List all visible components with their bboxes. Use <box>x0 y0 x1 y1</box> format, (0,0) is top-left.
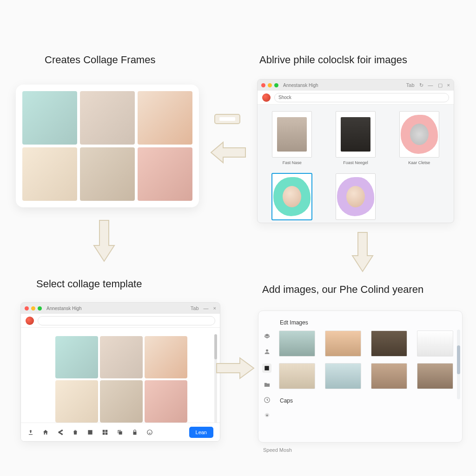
frame-card[interactable]: Frahe Pecee <box>267 173 317 223</box>
image-icon[interactable] <box>262 364 271 373</box>
collage-cell <box>138 91 192 145</box>
frame-label: Kaar Cletse <box>408 160 430 165</box>
collage-cell <box>138 147 192 201</box>
lock-icon[interactable] <box>132 429 138 436</box>
maximize-dot-icon[interactable] <box>38 306 42 311</box>
image-thumb[interactable] <box>371 331 407 357</box>
titlebar: Annestansk High Tab — × <box>21 303 220 314</box>
frame-card[interactable]: Foast Neegel <box>331 111 381 165</box>
heading-tl: Creates Collage Frames <box>45 54 155 66</box>
image-thumb[interactable] <box>279 331 315 357</box>
folder-icon[interactable] <box>264 381 271 388</box>
arrow-right-icon <box>214 355 257 381</box>
arrow-down-icon <box>91 218 117 264</box>
window-title: Annestansk High <box>46 306 82 311</box>
clock-icon[interactable] <box>264 397 271 403</box>
bottom-toolbar: Lean <box>21 423 220 441</box>
grid-icon[interactable] <box>102 429 108 436</box>
image-grid <box>279 331 455 389</box>
minimize-icon[interactable]: — <box>428 82 433 88</box>
adjust-icon[interactable] <box>264 317 271 324</box>
svg-point-1 <box>266 350 268 352</box>
image-thumb[interactable] <box>417 363 453 389</box>
frame-label: Foast Neegel <box>343 160 368 165</box>
smile-icon[interactable] <box>146 429 153 436</box>
frame-label: Fact Pull <box>347 223 364 223</box>
search-input[interactable] <box>38 316 215 325</box>
arrow-down-icon <box>350 230 376 274</box>
traffic-lights[interactable] <box>25 306 42 311</box>
template-preview[interactable] <box>55 336 187 423</box>
settings-icon[interactable] <box>264 412 271 419</box>
svg-rect-5 <box>219 117 235 121</box>
minimize-dot-icon[interactable] <box>268 83 272 87</box>
frame-card[interactable]: Kaar Cletse <box>394 111 444 165</box>
maximize-dot-icon[interactable] <box>274 83 278 87</box>
footer-label: Speed Mosh <box>263 447 292 453</box>
tab-indicator[interactable]: Tab <box>406 82 415 88</box>
trash-icon[interactable] <box>72 429 79 436</box>
heading-br: Add images, our Phe Colind yearen <box>262 284 423 296</box>
share-icon[interactable] <box>57 429 64 436</box>
primary-action-button[interactable]: Lean <box>189 427 213 438</box>
arrow-badge-icon <box>211 110 244 128</box>
address-bar <box>21 314 220 328</box>
user-icon[interactable] <box>264 348 271 355</box>
profile-avatar-icon[interactable] <box>262 93 271 102</box>
close-dot-icon[interactable] <box>261 83 265 87</box>
traffic-lights[interactable] <box>261 83 278 87</box>
scrollbar[interactable] <box>457 330 460 399</box>
side-rail <box>258 311 275 442</box>
frame-card[interactable]: Fact Pull <box>331 173 381 223</box>
collage-cell <box>22 91 77 145</box>
titlebar: Annestansk High Tab ↻ — ▢ × <box>258 79 454 91</box>
image-thumb[interactable] <box>325 363 361 389</box>
image-thumb[interactable] <box>279 363 315 389</box>
tab-indicator[interactable]: Tab <box>191 305 199 311</box>
copy-icon[interactable] <box>117 429 123 436</box>
image-thumb[interactable] <box>325 331 361 357</box>
search-input[interactable]: Shock <box>274 93 449 102</box>
reload-icon[interactable]: ↻ <box>419 82 423 88</box>
section-title: Caps <box>280 397 455 404</box>
image-thumb[interactable] <box>417 331 453 357</box>
profile-avatar-icon[interactable] <box>26 317 34 325</box>
collage-cell <box>80 147 135 201</box>
home-icon[interactable] <box>42 429 49 436</box>
maximize-icon[interactable]: ▢ <box>438 82 443 88</box>
heading-tr: Ablrive phile coloclsk foir images <box>259 54 407 66</box>
collage-cell <box>22 147 77 201</box>
layers-icon[interactable] <box>264 333 271 340</box>
frame-label: Frahe Pecee <box>280 223 304 223</box>
upload-icon[interactable] <box>27 429 34 436</box>
close-dot-icon[interactable] <box>25 306 29 311</box>
image-icon[interactable] <box>87 429 93 436</box>
collage-preview <box>16 85 199 207</box>
heading-bl: Select collage template <box>36 278 142 290</box>
close-icon[interactable]: × <box>213 305 216 311</box>
frame-browser-window: Annestansk High Tab ↻ — ▢ × Shock Fast N… <box>257 79 454 223</box>
minimize-icon[interactable]: — <box>204 305 209 311</box>
address-bar: Shock <box>258 91 454 105</box>
minimize-dot-icon[interactable] <box>31 306 35 311</box>
window-title: Annestansk High <box>283 83 318 88</box>
template-picker-window: Annestansk High Tab — × Lean <box>20 302 220 442</box>
collage-cell <box>80 91 135 145</box>
section-title: Edt Images <box>280 319 455 326</box>
image-thumb[interactable] <box>371 363 407 389</box>
arrow-left-icon <box>208 139 248 165</box>
frame-card[interactable]: Fast Nase <box>267 111 317 165</box>
frame-label: Fast Nase <box>283 160 302 165</box>
image-editor-panel: Edt Images Caps <box>258 311 463 443</box>
svg-point-0 <box>147 430 152 435</box>
close-icon[interactable]: × <box>447 82 450 88</box>
